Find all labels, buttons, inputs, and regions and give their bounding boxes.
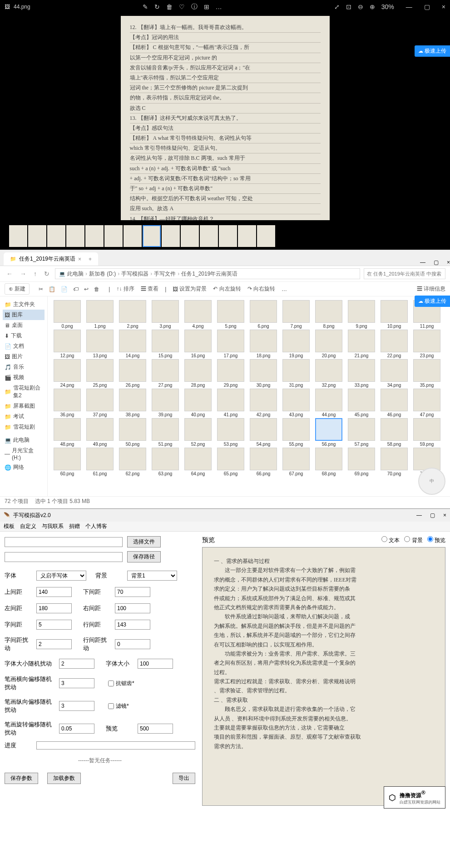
file-item[interactable]: 34.png bbox=[378, 359, 410, 388]
rotate-right-button[interactable]: ↷ 向右旋转 bbox=[247, 285, 275, 293]
file-item[interactable]: 30.png bbox=[247, 359, 279, 388]
toolbar-icon[interactable]: ⊡ bbox=[346, 3, 351, 10]
file-item[interactable]: 13.png bbox=[84, 330, 116, 358]
nav-refresh[interactable]: ↻ bbox=[42, 270, 51, 277]
save-path-button[interactable]: 保存路径 bbox=[127, 551, 161, 562]
crumb[interactable]: 新加卷 (D:) bbox=[89, 270, 116, 278]
crumb[interactable]: 手写文件 bbox=[154, 270, 176, 278]
sidebar-item[interactable]: 📁屏幕截图 bbox=[3, 401, 45, 411]
window-button[interactable]: — bbox=[406, 3, 412, 10]
sidebar-item[interactable]: 🖼图片 bbox=[3, 351, 45, 362]
toolbar-icon[interactable]: ↩ bbox=[84, 286, 89, 292]
file-item[interactable]: 29.png bbox=[215, 359, 247, 388]
menu-item[interactable]: 捐赠 bbox=[69, 523, 80, 530]
toolbar-icon[interactable]: ⊕ bbox=[370, 3, 375, 10]
toolbar-icon[interactable]: ⤢ bbox=[334, 3, 340, 10]
breadcrumb[interactable]: 💻 此电脑 › 新加卷 (D:) › 手写模拟器 › 手写文件 › 任务1_20… bbox=[55, 268, 360, 279]
sidebar-item[interactable]: 📁考试 bbox=[3, 411, 45, 422]
load-params-button[interactable]: 加载参数 bbox=[47, 773, 81, 784]
thumbnail[interactable] bbox=[124, 225, 142, 247]
file-item[interactable]: 59.png bbox=[411, 418, 443, 447]
sidebar-item[interactable]: 💻此电脑 bbox=[3, 435, 45, 445]
param-input[interactable] bbox=[59, 678, 94, 688]
file-item[interactable]: 56.png bbox=[313, 418, 345, 447]
file-item[interactable]: 39.png bbox=[149, 389, 181, 417]
explorer-tab[interactable]: 📁 任务1_2019年云南英语 × + bbox=[4, 252, 98, 266]
menu-item[interactable]: 模板 bbox=[4, 523, 15, 530]
nav-back[interactable]: ← bbox=[5, 270, 15, 277]
file-item[interactable]: 57.png bbox=[346, 418, 377, 447]
param-input[interactable] bbox=[36, 620, 72, 630]
sidebar-item[interactable]: 🖼图库 bbox=[3, 310, 45, 320]
file-path-input[interactable] bbox=[5, 537, 123, 547]
thumbnail[interactable] bbox=[85, 225, 104, 247]
thumbnail[interactable] bbox=[219, 225, 237, 247]
export-button[interactable]: 导出 bbox=[173, 773, 195, 784]
file-item[interactable]: 0.png bbox=[51, 300, 83, 329]
cloud-upload-button[interactable]: ☁ 极速上传 bbox=[415, 45, 450, 57]
menu-item[interactable]: 个人博客 bbox=[85, 523, 107, 530]
avatar[interactable]: 中 bbox=[418, 468, 445, 495]
radio-option[interactable]: 预览 bbox=[427, 536, 445, 544]
search-input[interactable] bbox=[364, 268, 445, 279]
select-file-button[interactable]: 选择文件 bbox=[127, 536, 161, 547]
checkbox[interactable] bbox=[108, 703, 114, 709]
file-item[interactable]: 67.png bbox=[280, 448, 312, 476]
file-item[interactable]: 3.png bbox=[149, 300, 181, 329]
file-item[interactable]: 32.png bbox=[313, 359, 345, 388]
details-button[interactable]: ☰ 详细信息 bbox=[417, 285, 445, 293]
toolbar-icon[interactable]: ⓘ bbox=[191, 3, 198, 11]
file-item[interactable]: 62.png bbox=[117, 448, 148, 476]
save-params-button[interactable]: 保存参数 bbox=[5, 773, 38, 784]
maximize-button[interactable]: ▢ bbox=[434, 259, 439, 266]
thumbnail[interactable] bbox=[257, 225, 275, 247]
file-item[interactable]: 33.png bbox=[346, 359, 377, 388]
toolbar-icon[interactable]: 🗑 bbox=[166, 3, 173, 10]
nav-fwd[interactable]: → bbox=[18, 270, 28, 277]
file-item[interactable]: 55.png bbox=[280, 418, 312, 447]
thumbnail[interactable] bbox=[28, 225, 46, 247]
file-item[interactable]: 10.png bbox=[378, 300, 410, 329]
sidebar-item[interactable]: ⬇下载 bbox=[3, 330, 45, 341]
file-item[interactable]: 21.png bbox=[346, 330, 377, 358]
param-input[interactable] bbox=[115, 603, 150, 613]
file-item[interactable]: 52.png bbox=[182, 418, 214, 447]
file-item[interactable]: 64.png bbox=[182, 448, 214, 476]
thumbnail[interactable] bbox=[200, 225, 218, 247]
file-item[interactable]: 26.png bbox=[117, 359, 148, 388]
file-item[interactable]: 58.png bbox=[378, 418, 410, 447]
view-button[interactable]: ☰ 查看 bbox=[141, 285, 158, 293]
file-item[interactable]: 46.png bbox=[378, 389, 410, 417]
file-item[interactable]: 51.png bbox=[149, 418, 181, 447]
file-item[interactable]: 16.png bbox=[182, 330, 214, 358]
param-input[interactable] bbox=[36, 639, 72, 649]
crumb[interactable]: 任务1_2019年云南英语 bbox=[181, 270, 237, 278]
toolbar-icon[interactable]: ⊞ bbox=[204, 3, 209, 10]
file-item[interactable]: 53.png bbox=[215, 418, 247, 447]
file-item[interactable]: 37.png bbox=[84, 389, 116, 417]
toolbar-icon[interactable]: … bbox=[216, 3, 222, 10]
radio-option[interactable]: 文本 bbox=[381, 536, 400, 544]
toolbar-icon[interactable]: 📄 bbox=[61, 286, 68, 292]
new-tab-button[interactable]: + bbox=[89, 256, 92, 262]
file-item[interactable]: 6.png bbox=[247, 300, 279, 329]
bg-select[interactable]: 背景1 bbox=[127, 571, 177, 581]
file-item[interactable]: 60.png bbox=[51, 448, 83, 476]
file-item[interactable]: 65.png bbox=[215, 448, 247, 476]
minimize-button[interactable]: — bbox=[420, 259, 425, 266]
param-input[interactable] bbox=[115, 639, 150, 649]
menu-item[interactable]: 自定义 bbox=[20, 523, 36, 530]
param-input[interactable] bbox=[138, 659, 173, 669]
file-item[interactable]: 61.png bbox=[84, 448, 116, 476]
minimize-button[interactable]: — bbox=[416, 512, 422, 518]
file-item[interactable]: 48.png bbox=[51, 418, 83, 447]
rotate-left-button[interactable]: ↶ 向左旋转 bbox=[213, 285, 241, 293]
menu-item[interactable]: 与我联系 bbox=[42, 523, 64, 530]
close-button[interactable]: × bbox=[447, 259, 450, 266]
param-input[interactable] bbox=[115, 587, 150, 597]
file-item[interactable]: 68.png bbox=[313, 448, 345, 476]
param-input[interactable] bbox=[36, 603, 72, 613]
file-item[interactable]: 9.png bbox=[346, 300, 377, 329]
set-bg-button[interactable]: 🖼 设置为背景 bbox=[173, 285, 207, 293]
file-item[interactable]: 69.png bbox=[346, 448, 377, 476]
